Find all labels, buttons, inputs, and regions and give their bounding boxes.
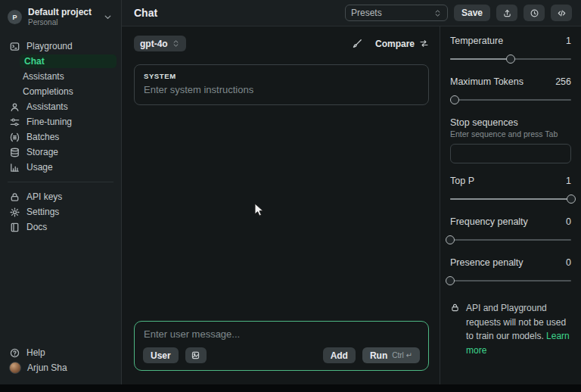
slider-thumb[interactable] (446, 276, 455, 285)
sidebar-item-label: Usage (26, 162, 53, 173)
sidebar-item-api-keys[interactable]: API keys (0, 189, 121, 204)
presence-penalty-slider[interactable] (450, 276, 571, 285)
temperature-slider[interactable] (450, 54, 571, 64)
run-label: Run (370, 350, 387, 361)
page-title: Chat (134, 7, 157, 19)
model-row: gpt-4o Compare (134, 36, 429, 51)
settings-icon (9, 207, 20, 218)
system-placeholder: Enter system instructions (144, 84, 419, 95)
sidebar-item-label: API keys (26, 191, 62, 202)
sidebar-item-settings[interactable]: Settings (0, 204, 121, 219)
sidebar-item-label: Playground (26, 41, 73, 51)
project-avatar: P (8, 10, 22, 24)
user-avatar (9, 362, 21, 374)
frequency-penalty-label: Frequency penalty (450, 216, 528, 227)
compare-icon (419, 39, 429, 48)
upload-icon (502, 8, 512, 18)
top-p-group: Top P 1 (450, 176, 571, 204)
slider-fill (450, 58, 511, 60)
role-button[interactable]: User (143, 347, 179, 363)
assistants-icon (9, 101, 20, 113)
temperature-group: Temperature 1 (450, 36, 571, 64)
view-code-button[interactable] (551, 5, 572, 21)
stop-sequences-hint: Enter sequence and press Tab (450, 129, 571, 138)
temperature-value: 1 (566, 36, 571, 46)
top-p-value: 1 (566, 176, 571, 186)
sidebar-item-label: Help (26, 347, 45, 358)
sidebar-nav: Playground Chat Assistants Completions A… (0, 39, 121, 235)
maximum-tokens-value: 256 (555, 76, 571, 87)
compare-label: Compare (375, 39, 415, 49)
docs-icon (9, 222, 20, 233)
model-select[interactable]: gpt-4o (134, 36, 186, 51)
add-message-button[interactable]: Add (323, 347, 356, 363)
maximum-tokens-slider[interactable] (450, 95, 571, 104)
sidebar-item-completions[interactable]: Completions (0, 84, 121, 99)
sidebar-item-playground[interactable]: Playground (0, 39, 121, 54)
stop-sequences-input[interactable] (450, 144, 571, 163)
frequency-penalty-slider[interactable] (450, 235, 571, 244)
help-icon (9, 347, 20, 359)
top-p-slider[interactable] (450, 194, 571, 204)
sidebar-item-assistants-sub[interactable]: Assistants (0, 69, 121, 84)
sidebar-footer: Help Arjun Sha (0, 345, 121, 375)
history-button[interactable] (524, 5, 545, 21)
slider-track (450, 99, 571, 101)
stop-sequences-group: Stop sequences Enter sequence and press … (450, 117, 571, 163)
clear-conversation-icon[interactable] (352, 38, 363, 49)
share-button[interactable] (496, 5, 517, 21)
sidebar-item-label: Settings (26, 207, 59, 217)
project-switcher[interactable]: P Default project Personal (0, 6, 121, 33)
attach-image-button[interactable] (185, 347, 207, 363)
temperature-label: Temperature (450, 36, 503, 46)
system-message-box[interactable]: SYSTEM Enter system instructions (134, 64, 429, 105)
sidebar-item-label: Chat (24, 56, 45, 67)
presets-select[interactable]: Presets (345, 5, 448, 21)
presets-label: Presets (351, 8, 382, 18)
sidebar-item-batches[interactable]: Batches (0, 129, 121, 145)
slider-thumb[interactable] (450, 95, 459, 104)
sidebar-item-usage[interactable]: Usage (0, 160, 121, 175)
updown-chevrons-icon (433, 9, 442, 17)
image-icon (191, 350, 200, 360)
presence-penalty-group: Presence penalty 0 (450, 257, 571, 285)
sidebar-item-label: Assistants (26, 101, 68, 112)
frequency-penalty-value: 0 (566, 216, 571, 227)
presence-penalty-value: 0 (566, 257, 571, 268)
privacy-notice: API and Playground requests will not be … (450, 301, 571, 357)
sidebar-item-chat[interactable]: Chat (20, 54, 117, 68)
code-icon (557, 8, 567, 18)
api-keys-icon (9, 191, 20, 203)
add-label: Add (331, 350, 348, 361)
storage-icon (9, 147, 20, 158)
sidebar-divider (8, 182, 113, 182)
fine-tuning-icon (9, 117, 20, 128)
user-message-box[interactable]: Enter user message... User Add (134, 321, 429, 371)
role-label: User (151, 350, 171, 361)
sidebar-item-label: Completions (23, 86, 73, 97)
sidebar-item-storage[interactable]: Storage (0, 145, 121, 160)
sidebar-item-assistants[interactable]: Assistants (0, 99, 121, 114)
compare-button[interactable]: Compare (375, 39, 429, 49)
slider-thumb[interactable] (567, 194, 576, 204)
save-button[interactable]: Save (454, 5, 490, 21)
sidebar-item-docs[interactable]: Docs (0, 219, 121, 235)
sidebar-item-fine-tuning[interactable]: Fine-tuning (0, 114, 121, 129)
sidebar: P Default project Personal Playground Ch… (0, 0, 122, 384)
maximum-tokens-group: Maximum Tokens 256 (450, 76, 571, 104)
presence-penalty-label: Presence penalty (450, 257, 524, 268)
history-icon (530, 8, 539, 18)
sidebar-item-help[interactable]: Help (0, 345, 121, 360)
app-window: P Default project Personal Playground Ch… (0, 0, 581, 384)
sidebar-item-account[interactable]: Arjun Sha (0, 360, 121, 375)
run-button[interactable]: Run Ctrl ↵ (362, 347, 420, 363)
slider-thumb[interactable] (446, 235, 455, 244)
stop-sequences-label: Stop sequences (450, 117, 571, 128)
account-name: Arjun Sha (27, 362, 67, 373)
slider-track (450, 280, 571, 282)
slider-thumb[interactable] (506, 54, 515, 64)
maximum-tokens-label: Maximum Tokens (450, 76, 524, 87)
sidebar-item-label: Docs (26, 222, 47, 232)
project-plan: Personal (28, 18, 92, 27)
frequency-penalty-group: Frequency penalty 0 (450, 216, 571, 244)
